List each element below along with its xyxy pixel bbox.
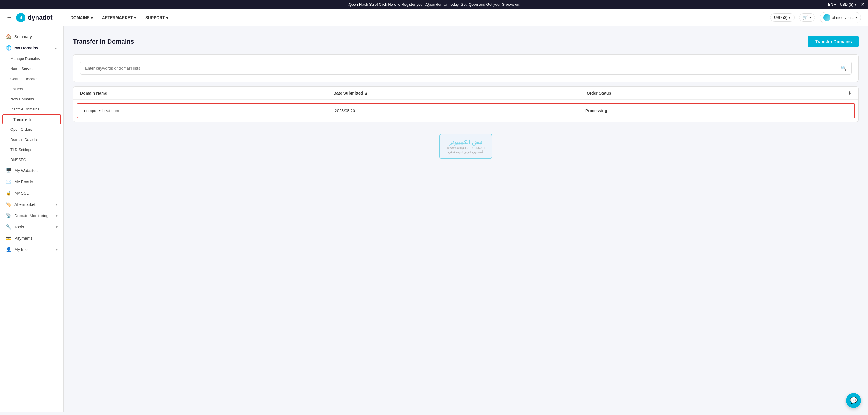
nav-aftermarket[interactable]: AFTERMARKET ▾ [98,13,140,22]
payments-icon: 💳 [6,235,11,241]
nav-domains[interactable]: DOMAINS ▾ [66,13,97,22]
sidebar-item-name-servers[interactable]: Name Servers [0,64,63,74]
watermark-title: نبض الكمبيوتر [447,139,485,146]
header-right: USD ($) ▾ 🛒 ▾ ahmed yehia ▾ [770,12,861,23]
page-header: Transfer In Domains Transfer Domains [73,36,859,47]
sidebar-item-contact-records[interactable]: Contact Records [0,74,63,84]
sidebar-item-manage-domains[interactable]: Manage Domains [0,54,63,64]
user-name: ahmed yehia [832,15,854,20]
cart-icon: 🛒 [803,15,808,20]
sidebar-my-emails-label: My Emails [14,180,33,184]
aftermarket-icon: 🏷️ [6,201,11,207]
domain-monitoring-chevron: ▾ [56,214,58,218]
cart-button[interactable]: 🛒 ▾ [799,13,815,22]
col-order-status: Order Status [587,91,840,95]
chat-bubble[interactable]: 💬 [846,393,861,408]
search-input[interactable] [81,62,836,74]
main-content: Transfer In Domains Transfer Domains 🔍 D… [64,26,868,412]
col-date-submitted[interactable]: Date Submitted ▲ [333,91,587,95]
sidebar-item-domain-defaults[interactable]: Domain Defaults [0,134,63,145]
sidebar-item-open-orders[interactable]: Open Orders [0,124,63,134]
col-download[interactable]: ⬇ [840,91,851,95]
sidebar-item-my-info[interactable]: 👤 My Info ▾ [0,244,63,255]
my-domains-chevron: ▲ [54,46,58,50]
sidebar-item-inactive-domains[interactable]: Inactive Domains [0,104,63,114]
sidebar-item-my-ssl[interactable]: 🔒 My SSL [0,187,63,199]
sidebar-item-my-emails[interactable]: ✉️ My Emails [0,176,63,187]
sidebar-item-payments[interactable]: 💳 Payments [0,232,63,244]
my-info-chevron: ▾ [56,248,58,252]
table-header: Domain Name Date Submitted ▲ Order Statu… [73,87,859,100]
row-status: Processing [585,108,836,113]
sidebar-my-domains-label: My Domains [14,46,38,50]
sidebar-item-tld-settings[interactable]: TLD Settings [0,145,63,155]
search-container: 🔍 [73,54,859,82]
search-icon: 🔍 [841,66,846,70]
nav-domains-label: DOMAINS [71,15,90,20]
row-domain: computer-beat.com [84,108,335,113]
sidebar: 🏠 Summary 🌐 My Domains ▲ Manage Domains … [0,26,64,412]
my-domains-icon: 🌐 [6,45,11,51]
tld-settings-label: TLD Settings [10,148,32,152]
sidebar-item-transfer-in[interactable]: Transfer In [2,114,61,124]
sidebar-payments-label: Payments [14,236,32,241]
user-chevron: ▾ [855,15,857,20]
sidebar-summary-label: Summary [14,34,32,39]
nav-support-label: SUPPORT [145,15,165,20]
table-row[interactable]: computer-beat.com 2023/08/20 Processing [77,103,855,118]
currency-selector[interactable]: USD ($) ▾ [770,13,795,22]
header-left: ☰ d dynadot DOMAINS ▾ AFTERMARKET ▾ SUPP… [7,13,172,22]
nav-aftermarket-label: AFTERMARKET [102,15,133,20]
watermark-box: نبض الكمبيوتر www.computer.best.com لمحت… [439,134,492,159]
lang-selector[interactable]: EN ▾ [828,2,836,7]
currency-label: USD ($) ▾ [774,15,791,20]
sidebar-tools-label: Tools [14,225,24,229]
nav-domains-chevron: ▾ [91,15,93,20]
user-menu[interactable]: ahmed yehia ▾ [820,12,861,23]
manage-domains-label: Manage Domains [10,56,40,61]
lang-currency-controls: EN ▾ USD ($) ▾ [828,2,857,7]
watermark-tagline: لمحتوى عربي نبيقة تقني [447,150,485,154]
transfer-in-label: Transfer In [13,117,32,122]
nav-aftermarket-chevron: ▾ [134,15,136,20]
currency-selector-top[interactable]: USD ($) ▾ [840,2,857,7]
sidebar-item-summary[interactable]: 🏠 Summary [0,31,63,42]
hamburger-menu[interactable]: ☰ [7,14,11,21]
sidebar-item-folders[interactable]: Folders [0,84,63,94]
announcement-close[interactable]: ✕ [861,2,865,7]
inactive-domains-label: Inactive Domains [10,107,39,111]
transfer-domains-button[interactable]: Transfer Domains [808,36,859,47]
sidebar-item-dnssec[interactable]: DNSSEC [0,155,63,165]
domain-defaults-label: Domain Defaults [10,137,38,142]
page-title: Transfer In Domains [73,38,134,45]
user-avatar [824,14,830,21]
name-servers-label: Name Servers [10,66,34,71]
sidebar-item-domain-monitoring[interactable]: 📡 Domain Monitoring ▾ [0,210,63,221]
tools-icon: 🔧 [6,224,11,230]
tools-chevron: ▾ [56,225,58,229]
sidebar-domain-monitoring-label: Domain Monitoring [14,214,49,218]
summary-icon: 🏠 [6,34,11,39]
dnssec-label: DNSSEC [10,158,26,162]
sidebar-item-my-domains[interactable]: 🌐 My Domains ▲ [0,42,63,54]
sidebar-aftermarket-label: Aftermarket [14,202,35,207]
table-container: Domain Name Date Submitted ▲ Order Statu… [73,87,859,122]
search-button[interactable]: 🔍 [836,62,851,74]
layout: 🏠 Summary 🌐 My Domains ▲ Manage Domains … [0,26,868,412]
logo[interactable]: d dynadot [16,13,53,22]
logo-icon: d [16,13,26,22]
announcement-text[interactable]: .Qpon Flash Sale! Click Here to Register… [348,2,521,7]
sidebar-item-tools[interactable]: 🔧 Tools ▾ [0,221,63,232]
sidebar-my-websites-label: My Websites [14,168,38,173]
row-date: 2023/08/20 [335,108,585,113]
sidebar-item-aftermarket[interactable]: 🏷️ Aftermarket ▾ [0,199,63,210]
sidebar-item-new-domains[interactable]: New Domains [0,94,63,104]
col-date-sort-icon: ▲ [364,91,368,95]
sidebar-my-info-label: My Info [14,247,28,252]
nav-support-chevron: ▾ [166,15,168,20]
sidebar-item-my-websites[interactable]: 🖥️ My Websites [0,165,63,176]
nav-support[interactable]: SUPPORT ▾ [141,13,172,22]
main-nav: DOMAINS ▾ AFTERMARKET ▾ SUPPORT ▾ [66,13,172,22]
my-info-icon: 👤 [6,247,11,252]
announcement-bar: .Qpon Flash Sale! Click Here to Register… [0,0,868,9]
